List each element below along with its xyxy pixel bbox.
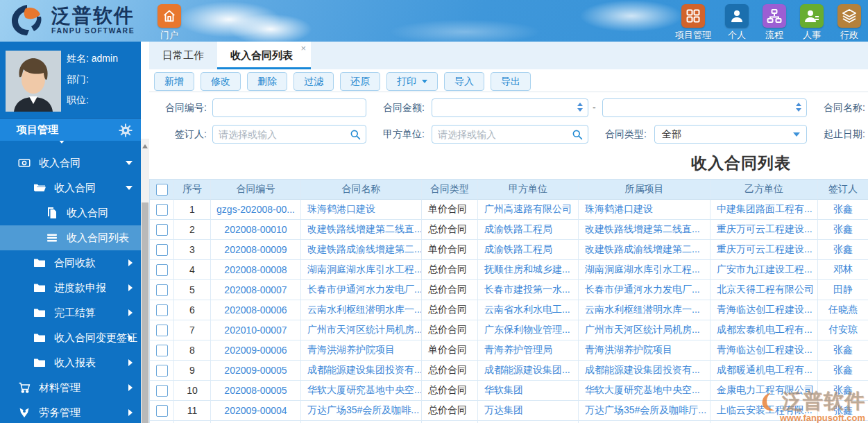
- cell-signer[interactable]: 张鑫: [818, 401, 868, 421]
- cell-name[interactable]: 改建铁路线增建第二线直...: [301, 220, 422, 240]
- cell-code[interactable]: 202009-00004: [211, 401, 301, 421]
- sidebar-item-progress-payment[interactable]: 进度款申报: [0, 275, 141, 300]
- cell-party_a[interactable]: 万达集团: [478, 401, 579, 421]
- cell-code[interactable]: gzgs-202008-00...: [211, 200, 301, 220]
- cell-signer[interactable]: 张鑫: [818, 340, 868, 361]
- tab-daily-work[interactable]: 日常工作: [149, 42, 217, 69]
- cell-project[interactable]: 改建铁路线增建第二线直...: [579, 220, 710, 240]
- cell-name[interactable]: 长春市伊通河水力发电厂...: [301, 280, 422, 300]
- amount-max-field[interactable]: [603, 99, 794, 116]
- cell-party_b[interactable]: 青海临达创工程建设...: [710, 340, 818, 361]
- row-checkbox[interactable]: [156, 365, 168, 377]
- row-checkbox[interactable]: [156, 244, 168, 256]
- scrollbar-track[interactable]: [141, 139, 149, 423]
- cell-name[interactable]: 成都能源建设集团投资有...: [301, 361, 422, 381]
- cell-project[interactable]: 青海洪湖养护院项目: [579, 340, 710, 361]
- scrollbar-up-arrow[interactable]: [142, 144, 148, 148]
- cell-project[interactable]: 云南水利枢纽潜明水库一...: [579, 300, 710, 320]
- cell-signer[interactable]: 付安琼: [818, 320, 868, 340]
- cell-project[interactable]: 珠海鹤港口建设: [579, 200, 710, 220]
- cell-party_b[interactable]: 重庆万可云工程建设...: [710, 220, 818, 240]
- cell-party_a[interactable]: 长春市建投第一水...: [478, 280, 579, 300]
- cell-party_b[interactable]: 广安市九江建设工程...: [710, 260, 818, 280]
- row-checkbox[interactable]: [156, 204, 168, 216]
- app-hr[interactable]: 人事: [800, 4, 824, 42]
- row-checkbox[interactable]: [156, 405, 168, 417]
- cell-name[interactable]: 云南水利枢纽潜明水库一...: [301, 300, 422, 320]
- cell-code[interactable]: 202008-00009: [211, 240, 301, 260]
- edit-button[interactable]: 修改: [201, 72, 241, 91]
- gear-icon[interactable]: [119, 123, 133, 137]
- cell-name[interactable]: 万达广场35#会所及咖啡...: [301, 401, 422, 421]
- cell-code[interactable]: 202008-00008: [211, 260, 301, 280]
- cell-code[interactable]: 202008-00010: [211, 220, 301, 240]
- cell-project[interactable]: 万达广场35#会所及咖啡厅...: [579, 401, 710, 421]
- cell-party_a[interactable]: 广东保利物业管理...: [478, 320, 579, 340]
- cell-code[interactable]: 202009-00006: [211, 340, 301, 361]
- cell-project[interactable]: 华软大厦研究基地中央空...: [579, 381, 710, 401]
- app-project-management[interactable]: 项目管理: [675, 4, 711, 42]
- amount-min-field[interactable]: [432, 99, 575, 116]
- contract-no-input[interactable]: [212, 98, 366, 117]
- app-personal[interactable]: 个人: [725, 4, 749, 42]
- sidebar-item-material-management[interactable]: 材料管理: [0, 375, 141, 400]
- cell-party_b[interactable]: 成都暖通机电工程有...: [710, 361, 818, 381]
- sidebar-item-labor-management[interactable]: 劳务管理: [0, 400, 141, 423]
- cell-project[interactable]: 广州市天河区统计局机房...: [579, 320, 710, 340]
- cell-project[interactable]: 湖南洞庭湖水库引水工程...: [579, 260, 710, 280]
- cell-party_a[interactable]: 华软集团: [478, 381, 579, 401]
- sidebar-item-completion-settlement[interactable]: 完工结算: [0, 300, 141, 325]
- portal-button[interactable]: 门户: [154, 4, 185, 42]
- sidebar-item-income-reports[interactable]: 收入报表: [0, 350, 141, 375]
- cell-code[interactable]: 202010-00007: [211, 320, 301, 340]
- cell-signer[interactable]: 张鑫: [818, 220, 868, 240]
- print-button[interactable]: 打印: [386, 72, 438, 91]
- cell-party_b[interactable]: 金康电力工程有限公司: [710, 381, 818, 401]
- cell-party_a[interactable]: 成渝铁路工程局: [478, 220, 579, 240]
- cell-party_a[interactable]: 成渝铁路工程局: [478, 240, 579, 260]
- cell-signer[interactable]: 张鑫: [818, 240, 868, 260]
- cell-name[interactable]: 青海洪湖养护院项目: [301, 340, 422, 361]
- cell-signer[interactable]: 张鑫: [818, 361, 868, 381]
- tab-income-contract-list[interactable]: 收入合同列表 ×: [217, 42, 311, 69]
- row-checkbox[interactable]: [156, 325, 168, 336]
- amount-min-input[interactable]: [432, 98, 588, 117]
- cell-party_b[interactable]: 成都宏泰机电工程有...: [710, 320, 818, 340]
- sidebar-item-income-contract-list[interactable]: 收入合同列表: [0, 225, 141, 250]
- cell-party_b[interactable]: 青海临达创工程建设...: [710, 300, 818, 320]
- row-checkbox[interactable]: [156, 304, 168, 316]
- cell-name[interactable]: 华软大厦研究基地中央空...: [301, 381, 422, 401]
- cell-party_b[interactable]: 上临云安装工程有限...: [710, 401, 818, 421]
- signer-field[interactable]: [213, 126, 353, 143]
- cell-project[interactable]: 成都能源建设集团投资有...: [579, 361, 710, 381]
- cell-party_a[interactable]: 成都能源建设集团...: [478, 361, 579, 381]
- cell-party_a[interactable]: 抚顺住房和城乡建...: [478, 260, 579, 280]
- cell-name[interactable]: 改建铁路成渝线增建第二...: [301, 240, 422, 260]
- cell-signer[interactable]: 张鑫: [818, 381, 868, 401]
- sidebar-item-income-contract[interactable]: 收入合同: [0, 200, 141, 225]
- cell-project[interactable]: 长春市伊通河水力发电厂...: [579, 280, 710, 300]
- party-a-field[interactable]: [432, 126, 575, 143]
- number-spinner[interactable]: [577, 103, 583, 112]
- search-icon[interactable]: [350, 129, 361, 140]
- import-button[interactable]: 导入: [444, 72, 484, 91]
- row-checkbox[interactable]: [156, 284, 168, 296]
- contract-type-select[interactable]: 全部: [654, 125, 807, 144]
- app-administration[interactable]: 行政: [837, 4, 861, 42]
- cell-party_a[interactable]: 青海养护管理局: [478, 340, 579, 361]
- cell-party_a[interactable]: 广州高速路有限公司: [478, 200, 579, 220]
- signer-input[interactable]: [212, 125, 366, 144]
- cell-signer[interactable]: 任晓燕: [818, 300, 868, 320]
- filter-button[interactable]: 过滤: [293, 72, 334, 91]
- cell-project[interactable]: 改建铁路成渝线增建第二...: [579, 240, 710, 260]
- cell-code[interactable]: 202008-00006: [211, 300, 301, 320]
- export-button[interactable]: 导出: [491, 72, 531, 91]
- cell-party_b[interactable]: 中建集团路面工程有...: [710, 200, 818, 220]
- amount-max-input[interactable]: [602, 98, 807, 117]
- sidebar-item-contract-receipts[interactable]: 合同收款: [0, 250, 141, 275]
- row-checkbox[interactable]: [156, 385, 168, 397]
- party-a-input[interactable]: [432, 125, 588, 144]
- scrollbar-thumb[interactable]: [142, 202, 148, 423]
- cell-signer[interactable]: 田静: [818, 280, 868, 300]
- close-icon[interactable]: ×: [300, 42, 306, 55]
